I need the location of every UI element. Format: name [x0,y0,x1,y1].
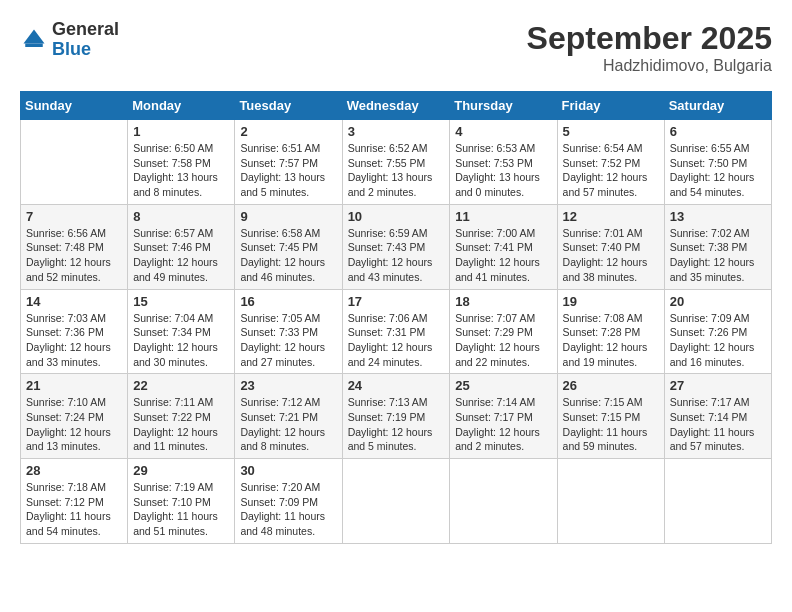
day-info: Sunrise: 7:10 AMSunset: 7:24 PMDaylight:… [26,395,122,454]
day-info: Sunrise: 6:57 AMSunset: 7:46 PMDaylight:… [133,226,229,285]
day-number: 9 [240,209,336,224]
day-number: 22 [133,378,229,393]
calendar-cell: 6Sunrise: 6:55 AMSunset: 7:50 PMDaylight… [664,120,771,205]
calendar-header-row: SundayMondayTuesdayWednesdayThursdayFrid… [21,92,772,120]
calendar-cell: 2Sunrise: 6:51 AMSunset: 7:57 PMDaylight… [235,120,342,205]
calendar-cell: 14Sunrise: 7:03 AMSunset: 7:36 PMDayligh… [21,289,128,374]
day-info: Sunrise: 7:05 AMSunset: 7:33 PMDaylight:… [240,311,336,370]
day-number: 11 [455,209,551,224]
calendar-cell: 29Sunrise: 7:19 AMSunset: 7:10 PMDayligh… [128,459,235,544]
weekday-header: Sunday [21,92,128,120]
day-info: Sunrise: 7:18 AMSunset: 7:12 PMDaylight:… [26,480,122,539]
calendar-cell: 5Sunrise: 6:54 AMSunset: 7:52 PMDaylight… [557,120,664,205]
calendar-cell [664,459,771,544]
calendar-cell: 15Sunrise: 7:04 AMSunset: 7:34 PMDayligh… [128,289,235,374]
svg-rect-1 [25,43,43,47]
calendar-cell: 10Sunrise: 6:59 AMSunset: 7:43 PMDayligh… [342,204,450,289]
logo-text: General Blue [52,20,119,60]
day-info: Sunrise: 6:53 AMSunset: 7:53 PMDaylight:… [455,141,551,200]
day-number: 23 [240,378,336,393]
calendar-cell: 23Sunrise: 7:12 AMSunset: 7:21 PMDayligh… [235,374,342,459]
location: Hadzhidimovo, Bulgaria [527,57,772,75]
calendar-cell: 7Sunrise: 6:56 AMSunset: 7:48 PMDaylight… [21,204,128,289]
day-number: 17 [348,294,445,309]
calendar-cell: 1Sunrise: 6:50 AMSunset: 7:58 PMDaylight… [128,120,235,205]
day-number: 2 [240,124,336,139]
day-info: Sunrise: 7:19 AMSunset: 7:10 PMDaylight:… [133,480,229,539]
weekday-header: Tuesday [235,92,342,120]
calendar-cell [342,459,450,544]
logo-blue: Blue [52,39,91,59]
svg-marker-0 [24,29,45,43]
day-number: 18 [455,294,551,309]
day-number: 6 [670,124,766,139]
day-info: Sunrise: 7:06 AMSunset: 7:31 PMDaylight:… [348,311,445,370]
calendar-cell: 25Sunrise: 7:14 AMSunset: 7:17 PMDayligh… [450,374,557,459]
calendar-cell: 13Sunrise: 7:02 AMSunset: 7:38 PMDayligh… [664,204,771,289]
day-number: 15 [133,294,229,309]
title-block: September 2025 Hadzhidimovo, Bulgaria [527,20,772,75]
calendar-cell: 17Sunrise: 7:06 AMSunset: 7:31 PMDayligh… [342,289,450,374]
day-info: Sunrise: 6:51 AMSunset: 7:57 PMDaylight:… [240,141,336,200]
day-info: Sunrise: 6:55 AMSunset: 7:50 PMDaylight:… [670,141,766,200]
weekday-header: Wednesday [342,92,450,120]
day-number: 5 [563,124,659,139]
calendar-cell [21,120,128,205]
calendar-cell: 9Sunrise: 6:58 AMSunset: 7:45 PMDaylight… [235,204,342,289]
day-number: 10 [348,209,445,224]
day-number: 27 [670,378,766,393]
calendar-table: SundayMondayTuesdayWednesdayThursdayFrid… [20,91,772,544]
day-info: Sunrise: 7:20 AMSunset: 7:09 PMDaylight:… [240,480,336,539]
day-number: 26 [563,378,659,393]
calendar-cell: 26Sunrise: 7:15 AMSunset: 7:15 PMDayligh… [557,374,664,459]
logo: General Blue [20,20,119,60]
calendar-week-row: 7Sunrise: 6:56 AMSunset: 7:48 PMDaylight… [21,204,772,289]
day-info: Sunrise: 7:17 AMSunset: 7:14 PMDaylight:… [670,395,766,454]
calendar-cell [450,459,557,544]
calendar-cell: 27Sunrise: 7:17 AMSunset: 7:14 PMDayligh… [664,374,771,459]
calendar-cell: 8Sunrise: 6:57 AMSunset: 7:46 PMDaylight… [128,204,235,289]
calendar-cell: 11Sunrise: 7:00 AMSunset: 7:41 PMDayligh… [450,204,557,289]
day-info: Sunrise: 6:58 AMSunset: 7:45 PMDaylight:… [240,226,336,285]
day-number: 19 [563,294,659,309]
day-info: Sunrise: 6:56 AMSunset: 7:48 PMDaylight:… [26,226,122,285]
day-info: Sunrise: 7:15 AMSunset: 7:15 PMDaylight:… [563,395,659,454]
day-number: 25 [455,378,551,393]
day-info: Sunrise: 7:02 AMSunset: 7:38 PMDaylight:… [670,226,766,285]
day-info: Sunrise: 7:07 AMSunset: 7:29 PMDaylight:… [455,311,551,370]
calendar-cell: 19Sunrise: 7:08 AMSunset: 7:28 PMDayligh… [557,289,664,374]
calendar-week-row: 21Sunrise: 7:10 AMSunset: 7:24 PMDayligh… [21,374,772,459]
logo-icon [20,26,48,54]
day-number: 21 [26,378,122,393]
day-info: Sunrise: 6:50 AMSunset: 7:58 PMDaylight:… [133,141,229,200]
weekday-header: Saturday [664,92,771,120]
day-info: Sunrise: 7:08 AMSunset: 7:28 PMDaylight:… [563,311,659,370]
calendar-cell: 21Sunrise: 7:10 AMSunset: 7:24 PMDayligh… [21,374,128,459]
month-title: September 2025 [527,20,772,57]
day-info: Sunrise: 7:00 AMSunset: 7:41 PMDaylight:… [455,226,551,285]
calendar-cell: 22Sunrise: 7:11 AMSunset: 7:22 PMDayligh… [128,374,235,459]
day-number: 13 [670,209,766,224]
day-info: Sunrise: 7:13 AMSunset: 7:19 PMDaylight:… [348,395,445,454]
day-number: 16 [240,294,336,309]
calendar-week-row: 1Sunrise: 6:50 AMSunset: 7:58 PMDaylight… [21,120,772,205]
day-number: 4 [455,124,551,139]
calendar-cell: 20Sunrise: 7:09 AMSunset: 7:26 PMDayligh… [664,289,771,374]
day-number: 20 [670,294,766,309]
day-info: Sunrise: 6:54 AMSunset: 7:52 PMDaylight:… [563,141,659,200]
day-number: 29 [133,463,229,478]
logo-general: General [52,19,119,39]
day-number: 28 [26,463,122,478]
day-number: 14 [26,294,122,309]
day-info: Sunrise: 7:04 AMSunset: 7:34 PMDaylight:… [133,311,229,370]
day-info: Sunrise: 7:01 AMSunset: 7:40 PMDaylight:… [563,226,659,285]
day-info: Sunrise: 7:11 AMSunset: 7:22 PMDaylight:… [133,395,229,454]
calendar-cell: 30Sunrise: 7:20 AMSunset: 7:09 PMDayligh… [235,459,342,544]
weekday-header: Thursday [450,92,557,120]
day-number: 3 [348,124,445,139]
day-number: 30 [240,463,336,478]
day-info: Sunrise: 7:14 AMSunset: 7:17 PMDaylight:… [455,395,551,454]
day-info: Sunrise: 7:03 AMSunset: 7:36 PMDaylight:… [26,311,122,370]
calendar-cell: 12Sunrise: 7:01 AMSunset: 7:40 PMDayligh… [557,204,664,289]
calendar-cell: 28Sunrise: 7:18 AMSunset: 7:12 PMDayligh… [21,459,128,544]
